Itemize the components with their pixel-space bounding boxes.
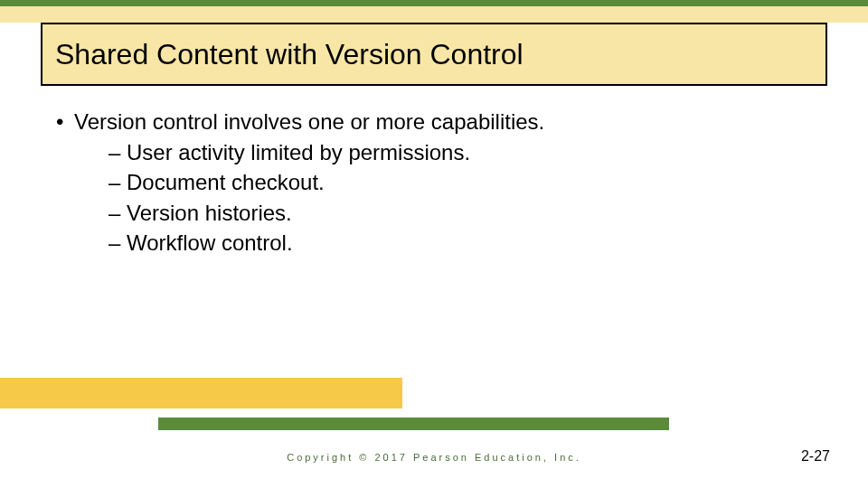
sub-item: – User activity limited by permissions. [108, 137, 814, 168]
footer-green-bar [158, 418, 669, 430]
footer-yellow-bar [0, 378, 402, 408]
dash-icon: – [108, 167, 127, 198]
dash-icon: – [108, 198, 127, 229]
sub-item-text: Workflow control. [127, 228, 293, 258]
sub-item: – Version histories. [108, 198, 814, 229]
title-container: Shared Content with Version Control [41, 23, 827, 86]
copyright-text: Copyright © 2017 Pearson Education, Inc. [0, 452, 868, 463]
sub-item: – Workflow control. [108, 228, 814, 258]
top-green-strip [0, 0, 868, 6]
slide: Shared Content with Version Control • Ve… [0, 0, 868, 488]
sub-item: – Document checkout. [108, 167, 814, 198]
bullet-main-text: Version control involves one or more cap… [74, 107, 544, 137]
sub-item-text: User activity limited by permissions. [127, 137, 470, 168]
bullet-dot-icon: • [54, 107, 74, 137]
sub-items: – User activity limited by permissions. … [108, 137, 814, 258]
slide-title: Shared Content with Version Control [55, 38, 524, 71]
dash-icon: – [108, 137, 127, 168]
page-number: 2-27 [801, 448, 830, 465]
dash-icon: – [108, 228, 127, 258]
bullet-main: • Version control involves one or more c… [54, 107, 814, 137]
content-area: • Version control involves one or more c… [54, 107, 814, 258]
sub-item-text: Version histories. [127, 198, 292, 229]
sub-item-text: Document checkout. [127, 167, 325, 198]
top-yellow-band [0, 6, 868, 23]
